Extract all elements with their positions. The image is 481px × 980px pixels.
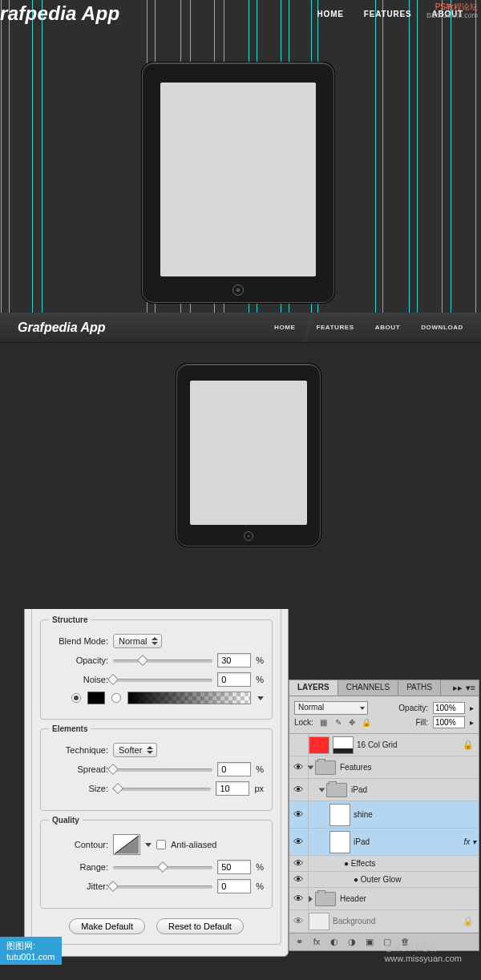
visibility-toggle[interactable]: 👁 (289, 872, 309, 887)
layer-row[interactable]: 👁 Header (289, 888, 479, 910)
layer-row[interactable]: 👁 iPad (289, 779, 479, 801)
lock-position-icon[interactable]: ✥ (346, 717, 358, 728)
layer-name: Background (333, 917, 375, 926)
watermark-left: 图图网: tutu001.com (0, 937, 62, 965)
layer-name: Outer Glow (361, 875, 402, 884)
tab-paths[interactable]: PATHS (398, 680, 441, 696)
nav2-features[interactable]: FEATURES (316, 324, 354, 331)
jitter-slider[interactable] (113, 881, 212, 892)
shape-thumb (329, 804, 350, 826)
home-button-icon-2 (244, 531, 253, 541)
nav-home[interactable]: HOME (317, 10, 344, 18)
effect-bullet: ● (354, 875, 361, 884)
contour-dropdown-icon[interactable] (145, 843, 152, 847)
layer-name: iPad (354, 837, 370, 846)
fill-input[interactable] (433, 716, 465, 728)
visibility-toggle[interactable]: 👁 (289, 734, 309, 756)
noise-label: Noise: (49, 675, 108, 684)
blend-mode-select[interactable]: Normal (113, 634, 162, 648)
technique-select[interactable]: Softer (113, 743, 157, 757)
spread-slider[interactable] (113, 764, 212, 775)
effects-bullet: ● (344, 859, 351, 868)
lock-pixels-icon[interactable]: ✎ (333, 717, 344, 728)
jitter-unit: % (256, 881, 264, 891)
panel-menu-icon[interactable]: ▾≡ (466, 683, 475, 693)
layer-row[interactable]: 👁 Background 🔒 (289, 910, 479, 933)
visibility-toggle[interactable]: 👁 (289, 829, 309, 855)
visibility-toggle[interactable]: 👁 (289, 779, 309, 801)
watermark-right: 思缘设计论坛 www.missyuan.com (384, 942, 462, 963)
folder-icon (315, 892, 336, 906)
blend-mode-label: Blend Mode: (49, 636, 108, 646)
visibility-toggle[interactable]: 👁 (289, 801, 309, 828)
site-logo: rafpedia App (0, 2, 119, 25)
panel-collapse-icon[interactable]: ▸▸ (453, 683, 463, 693)
layer-style-dialog: Outer Glow Structure Blend Mode: Normal … (24, 593, 289, 957)
quality-legend: Quality (49, 816, 83, 825)
fill-slider-icon[interactable]: ▸ (470, 718, 474, 727)
technique-label: Technique: (49, 745, 108, 755)
range-input[interactable] (217, 860, 251, 874)
nav-features[interactable]: FEATURES (364, 10, 412, 18)
color-solid-radio[interactable] (71, 693, 81, 703)
watermark-top-2: BBS.16xx8.com (426, 11, 478, 19)
fx-badge[interactable]: fx ▾ (463, 837, 476, 846)
site-header-2: Grafpedia App HOME FEATURES ABOUT DOWNLO… (0, 313, 481, 343)
layer-row[interactable]: 👁 Features (289, 756, 479, 779)
layer-row[interactable]: 👁 ● Outer Glow (289, 872, 479, 888)
lock-transparency-icon[interactable]: ▦ (318, 717, 329, 728)
folder-icon (315, 760, 336, 775)
nav2-download[interactable]: DOWNLOAD (421, 324, 463, 331)
range-unit: % (256, 862, 264, 872)
opacity-slider-icon[interactable]: ▸ (470, 704, 474, 712)
glow-color-swatch[interactable] (87, 692, 105, 704)
gradient-dropdown-icon[interactable] (257, 696, 264, 700)
visibility-toggle[interactable]: 👁 (289, 910, 309, 932)
noise-unit: % (256, 675, 264, 684)
blend-mode-select[interactable]: Normal (294, 701, 368, 715)
size-input[interactable] (216, 781, 249, 796)
layer-thumb (309, 736, 329, 754)
anti-aliased-checkbox[interactable] (156, 840, 166, 849)
layer-row[interactable]: 👁 shine (289, 801, 479, 829)
spread-input[interactable] (217, 762, 251, 776)
spread-unit: % (256, 764, 264, 774)
panel-opacity-input[interactable] (433, 702, 465, 714)
nav2-home[interactable]: HOME (274, 324, 295, 331)
shape-thumb (329, 831, 350, 853)
layer-row[interactable]: 👁 iPad fx ▾ (289, 829, 479, 856)
visibility-toggle[interactable]: 👁 (289, 888, 309, 909)
layer-row[interactable]: 👁 ● Effects (289, 856, 479, 872)
layer-name: iPad (351, 785, 367, 794)
site-header: rafpedia App HOME FEATURES ABOUT PS教程论坛 … (0, 0, 481, 27)
home-button-icon (232, 284, 244, 296)
disclosure-icon[interactable] (319, 788, 325, 792)
color-gradient-radio[interactable] (111, 693, 121, 703)
visibility-toggle[interactable]: 👁 (289, 756, 309, 778)
range-slider[interactable] (113, 861, 212, 873)
disclosure-icon[interactable] (308, 765, 314, 769)
opacity-slider[interactable] (113, 655, 212, 666)
noise-input[interactable] (217, 672, 251, 687)
make-default-button[interactable]: Make Default (69, 918, 145, 934)
opacity-label: Opacity: (49, 655, 108, 665)
noise-slider[interactable] (113, 674, 212, 685)
layer-name: Features (340, 763, 371, 772)
ipad-illustration-2 (176, 364, 321, 546)
visibility-toggle[interactable]: 👁 (289, 856, 309, 871)
anti-aliased-label: Anti-aliased (171, 840, 216, 849)
lock-all-icon[interactable]: 🔒 (361, 717, 372, 728)
opacity-input[interactable] (217, 653, 251, 667)
tab-layers[interactable]: LAYERS (289, 680, 338, 696)
layer-name: 16 Col Grid (357, 740, 398, 749)
nav2-about[interactable]: ABOUT (375, 324, 400, 331)
layer-row[interactable]: 👁 16 Col Grid 🔒 (289, 734, 479, 756)
contour-thumbnail[interactable] (113, 834, 140, 855)
layers-panel: LAYERS CHANNELS PATHS ▸▸▾≡ Normal Opacit… (289, 680, 479, 951)
disclosure-icon[interactable] (309, 896, 313, 902)
jitter-input[interactable] (217, 879, 251, 893)
glow-gradient-bar[interactable] (127, 692, 251, 704)
size-slider[interactable] (113, 783, 211, 794)
reset-default-button[interactable]: Reset to Default (156, 918, 244, 934)
tab-channels[interactable]: CHANNELS (338, 680, 398, 696)
